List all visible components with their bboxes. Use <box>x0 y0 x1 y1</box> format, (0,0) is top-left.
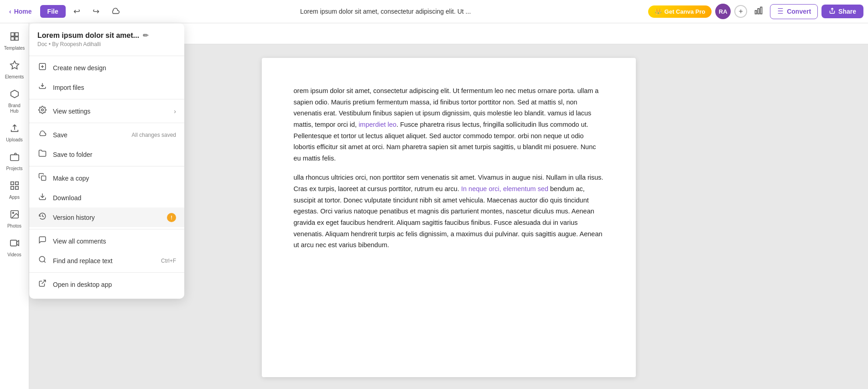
menu-item-save[interactable]: Save All changes saved <box>29 125 184 145</box>
comments-icon <box>37 236 47 246</box>
comments-label: View all comments <box>53 238 176 245</box>
download-label: Download <box>53 194 176 202</box>
menu-divider-1 <box>29 56 184 56</box>
projects-icon <box>10 152 20 164</box>
main-area: Templates Elements Brand Hub <box>0 23 868 389</box>
templates-label: Templates <box>4 46 25 51</box>
chevron-left-icon: ‹ <box>9 8 11 15</box>
cloud-save-button[interactable] <box>108 4 123 19</box>
undo-icon: ↩ <box>73 6 80 16</box>
menu-item-copy[interactable]: Make a copy <box>29 168 184 188</box>
menu-item-save-folder[interactable]: Save to folder <box>29 145 184 164</box>
file-button[interactable]: File <box>40 5 66 18</box>
convert-button[interactable]: Convert <box>770 4 818 19</box>
photos-label: Photos <box>7 223 21 229</box>
import-label: Import files <box>53 84 176 91</box>
svg-rect-2 <box>760 7 762 14</box>
version-history-label: Version history <box>53 214 161 221</box>
menu-divider-6 <box>29 272 184 273</box>
menu-item-comments[interactable]: View all comments <box>29 231 184 251</box>
uploads-icon <box>10 123 20 135</box>
sidebar-item-uploads[interactable]: Uploads <box>2 119 27 146</box>
menu-divider-4 <box>29 166 184 166</box>
settings-label: View settings <box>53 108 168 115</box>
menu-item-create-new[interactable]: Create new design <box>29 58 184 78</box>
menu-item-find-replace[interactable]: Find and replace text Ctrl+F <box>29 251 184 270</box>
home-button[interactable]: ‹ Home <box>5 5 36 18</box>
share-button[interactable]: Share <box>821 5 863 18</box>
find-icon <box>37 255 47 266</box>
file-menu-panel: Lorem ipsum dolor sit amet... ✏ Doc • By… <box>29 23 184 299</box>
svg-marker-8 <box>10 90 18 98</box>
menu-item-desktop[interactable]: Open in desktop app <box>29 275 184 294</box>
convert-icon <box>777 7 784 16</box>
download-icon <box>37 192 47 203</box>
left-sidebar: Templates Elements Brand Hub <box>0 23 29 389</box>
sidebar-item-projects[interactable]: Projects <box>2 148 27 175</box>
save-label: Save <box>53 131 126 139</box>
menu-divider-2 <box>29 99 184 99</box>
redo-icon: ↪ <box>93 6 99 16</box>
svg-line-25 <box>44 261 45 262</box>
svg-rect-1 <box>758 8 759 14</box>
version-history-icon <box>37 212 47 223</box>
file-menu-title: Lorem ipsum dolor sit amet... ✏ <box>37 31 176 40</box>
svg-rect-16 <box>10 240 16 246</box>
link-2[interactable]: In neque orci, elementum sed <box>461 185 548 192</box>
svg-line-26 <box>42 280 46 284</box>
elements-icon <box>10 60 20 73</box>
topbar: ‹ Home File ↩ ↪ Lorem ipsum dolor sit am… <box>0 0 868 23</box>
document-title[interactable]: Lorem ipsum dolor sit amet, consectetur … <box>127 8 645 15</box>
find-replace-label: Find and replace text <box>53 257 156 265</box>
projects-label: Projects <box>6 166 22 171</box>
sidebar-item-apps[interactable]: Apps <box>2 177 27 204</box>
document-text: orem ipsum dolor sit amet, consectetur a… <box>294 85 604 251</box>
svg-point-21 <box>42 109 44 111</box>
add-collaborator-button[interactable]: + <box>734 5 747 18</box>
svg-marker-7 <box>10 61 18 69</box>
paragraph-2: ulla rhoncus ultricies orci, non porttit… <box>294 172 604 250</box>
menu-divider-5 <box>29 229 184 229</box>
edit-title-icon[interactable]: ✏ <box>143 31 149 40</box>
file-menu-title-text: Lorem ipsum dolor sit amet... <box>37 31 139 40</box>
file-label: File <box>47 8 58 15</box>
sidebar-item-elements[interactable]: Elements <box>2 57 27 83</box>
canva-pro-label: Get Canva Pro <box>665 8 706 15</box>
menu-item-version-history[interactable]: Version history ! <box>29 207 184 227</box>
topbar-right: 👑 Get Canva Pro RA + Convert <box>648 4 863 19</box>
avatar-initials: RA <box>719 8 728 15</box>
share-label: Share <box>838 8 856 15</box>
chart-icon <box>754 6 763 17</box>
photos-icon <box>10 209 20 222</box>
menu-item-import[interactable]: Import files <box>29 78 184 97</box>
svg-rect-10 <box>10 182 13 185</box>
plus-icon: + <box>739 7 743 16</box>
undo-button[interactable]: ↩ <box>69 4 85 19</box>
analytics-button[interactable] <box>751 4 766 19</box>
svg-rect-0 <box>755 10 757 14</box>
canva-pro-button[interactable]: 👑 Get Canva Pro <box>648 5 712 18</box>
settings-icon <box>37 106 47 116</box>
sidebar-item-templates[interactable]: Templates <box>2 28 27 55</box>
menu-item-download[interactable]: Download <box>29 188 184 207</box>
sidebar-item-brand-hub[interactable]: Brand Hub <box>2 85 27 118</box>
svg-rect-11 <box>15 182 18 185</box>
svg-marker-17 <box>16 241 19 246</box>
elements-label: Elements <box>5 74 24 80</box>
sidebar-item-photos[interactable]: Photos <box>2 206 27 233</box>
home-label: Home <box>14 8 32 15</box>
menu-divider-3 <box>29 123 184 123</box>
document-page[interactable]: orem ipsum dolor sit amet, consectetur a… <box>262 58 636 377</box>
menu-item-settings[interactable]: View settings › <box>29 101 184 121</box>
file-menu-header: Lorem ipsum dolor sit amet... ✏ Doc • By… <box>29 28 184 54</box>
svg-rect-5 <box>10 37 14 40</box>
uploads-label: Uploads <box>6 137 23 143</box>
file-menu-dropdown: Lorem ipsum dolor sit amet... ✏ Doc • By… <box>29 23 184 299</box>
templates-icon <box>10 31 20 44</box>
link-1[interactable]: imperdiet leo <box>359 121 396 128</box>
videos-icon <box>10 238 20 250</box>
sidebar-item-videos[interactable]: Videos <box>2 234 27 261</box>
desktop-label: Open in desktop app <box>53 281 176 288</box>
avatar[interactable]: RA <box>715 4 731 19</box>
redo-button[interactable]: ↪ <box>88 4 104 19</box>
